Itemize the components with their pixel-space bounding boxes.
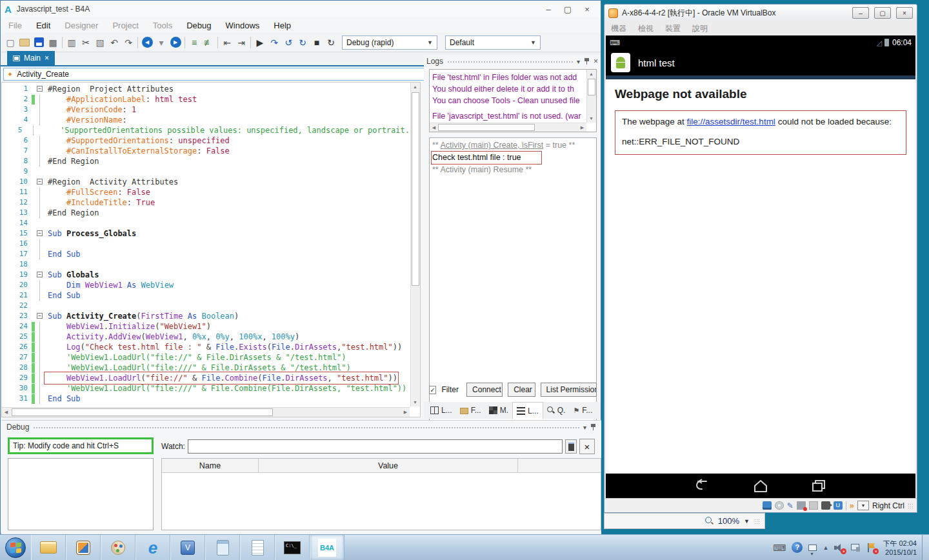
taskbar-item-paint[interactable] — [101, 535, 135, 560]
chevron-down-icon[interactable]: ▼ — [744, 518, 750, 525]
open-project-icon[interactable] — [17, 35, 32, 50]
code-line-13[interactable]: 13#End Region — [2, 208, 410, 218]
fold-collapse-icon[interactable]: − — [35, 84, 45, 94]
scroll-up-icon[interactable]: ▲ — [411, 83, 419, 91]
package-icon[interactable]: ▦ — [46, 35, 60, 50]
outdent-icon[interactable]: ⇤ — [220, 35, 234, 50]
taskbar-item-ie[interactable]: e — [135, 535, 170, 560]
menu-item-help[interactable]: Help — [274, 21, 291, 30]
clear-button[interactable]: Clear — [508, 383, 535, 397]
nav-back-icon[interactable] — [694, 478, 712, 494]
panel-tab-logs[interactable]: L... — [512, 402, 543, 419]
code-line-17[interactable]: 17End Sub — [2, 249, 410, 259]
code-line-6[interactable]: 6 #SupportedOrientations: unspecified — [2, 135, 410, 146]
comment-icon[interactable]: ≡ — [187, 35, 201, 50]
panel-tab-book[interactable]: L... — [426, 402, 456, 419]
network-tray-icon[interactable] — [850, 543, 861, 552]
code-line-18[interactable]: 18 — [2, 259, 410, 270]
save-icon[interactable] — [32, 35, 46, 50]
scroll-down-icon[interactable]: ▼ — [587, 114, 595, 123]
code-line-4[interactable]: 4 #VersionName: — [2, 115, 410, 125]
start-button[interactable] — [0, 535, 31, 560]
navigate-forward-icon[interactable]: ▶ — [168, 35, 183, 50]
scroll-thumb[interactable] — [12, 408, 273, 416]
scroll-up-icon[interactable]: ▲ — [587, 70, 595, 78]
code-line-10[interactable]: 10−#Region Activity Attributes — [2, 177, 410, 187]
code-line-16[interactable]: 16 — [2, 239, 410, 249]
menu-item-project[interactable]: Project — [112, 21, 138, 30]
menu-item-tools[interactable]: Tools — [153, 21, 172, 30]
code-line-30[interactable]: 30 'WebView1.LoadUrl("file:///" & File.C… — [2, 383, 410, 394]
nav-recents-icon[interactable] — [810, 478, 828, 494]
ide-minimize-button[interactable]: – — [539, 5, 558, 14]
watch-clear-button[interactable]: × — [579, 439, 595, 454]
show-hidden-icons[interactable]: ▲ — [823, 545, 828, 551]
scroll-right-icon[interactable]: ▶ — [578, 123, 586, 132]
stop-icon[interactable]: ■ — [310, 35, 324, 50]
code-line-31[interactable]: 31End Sub — [2, 394, 410, 404]
scroll-left-icon[interactable]: ◀ — [2, 408, 10, 416]
scroll-thumb[interactable] — [412, 92, 419, 286]
resize-grip[interactable] — [908, 503, 913, 508]
code-line-5[interactable]: 5 'SupportedOrientations possible values… — [2, 125, 410, 135]
fold-collapse-icon[interactable]: − — [35, 270, 45, 280]
fold-collapse-icon[interactable]: − — [35, 177, 45, 187]
ide-maximize-button[interactable]: ▢ — [558, 5, 577, 14]
ime-keyboard-icon[interactable]: ⌨ — [773, 543, 786, 553]
taskbar-item-vmware[interactable] — [66, 535, 101, 560]
evaluate-button[interactable] — [565, 439, 577, 454]
language-bar-icon[interactable] — [808, 545, 817, 551]
cut-icon[interactable]: ✂ — [79, 35, 93, 50]
webview-content[interactable]: Webpage not available The webpage at fil… — [606, 79, 915, 474]
host-key-dropdown[interactable]: ▼ — [857, 501, 869, 510]
column-header-name[interactable]: Name — [162, 459, 259, 472]
panel-menu-icon[interactable]: ▾ — [583, 424, 586, 431]
help-tray-icon[interactable]: ? — [792, 542, 803, 553]
code-line-25[interactable]: 25 Activity.AddView(WebView1, 0%x, 0%y, … — [2, 332, 410, 342]
scroll-thumb[interactable] — [588, 79, 595, 95]
column-header-value[interactable]: Value — [259, 459, 518, 472]
code-line-22[interactable]: 22 — [2, 301, 410, 311]
code-line-7[interactable]: 7 #CanInstallToExternalStorage: False — [2, 146, 410, 156]
panel-tab-modules[interactable]: M. — [485, 402, 512, 419]
code-line-29[interactable]: 29 WebView1.LoadUrl("file://" & File.Com… — [2, 373, 410, 383]
vbox-minimize-button[interactable]: – — [852, 7, 869, 19]
code-line-11[interactable]: 11 #FullScreen: False — [2, 187, 410, 197]
log-warnings-box[interactable]: File 'test.html' in Files folder was not… — [429, 69, 597, 132]
undo-icon[interactable]: ↶ — [107, 35, 121, 50]
paste-icon[interactable]: ▧ — [93, 35, 107, 50]
ide-close-button[interactable]: × — [577, 5, 597, 14]
code-line-8[interactable]: 8#End Region — [2, 156, 410, 166]
code-line-23[interactable]: 23−Sub Activity_Create(FirstTime As Bool… — [2, 311, 410, 321]
panel-tab-folder[interactable]: F... — [456, 402, 485, 419]
list-permissions-button[interactable]: List Permission — [541, 383, 597, 397]
panel-close-icon[interactable]: × — [594, 57, 598, 66]
watch-input[interactable] — [188, 439, 563, 454]
code-line-12[interactable]: 12 #IncludeTitle: True — [2, 197, 410, 208]
menu-item-file[interactable]: File — [8, 21, 22, 30]
code-line-19[interactable]: 19−Sub Globals — [2, 270, 410, 280]
debug-variables-list[interactable] — [8, 458, 154, 530]
taskbar-item-notepad[interactable] — [240, 535, 275, 560]
copy-icon[interactable]: ▥ — [65, 35, 79, 50]
vbox-menu-0[interactable]: 機器 — [611, 23, 626, 34]
android-screen[interactable]: ⌨ ◿ 06:04 html test Webpage not availabl… — [606, 35, 915, 498]
fold-collapse-icon[interactable]: − — [35, 228, 45, 239]
code-editor[interactable]: 1−#Region Project Attributes2 #Applicati… — [1, 82, 421, 417]
scroll-right-icon[interactable]: ▶ — [401, 408, 410, 416]
build-configuration-combo[interactable]: Debug (rapid)▼ — [342, 35, 437, 50]
taskbar-item-calculator[interactable] — [205, 535, 240, 560]
code-line-20[interactable]: 20 Dim WebView1 As WebView — [2, 280, 410, 290]
code-line-24[interactable]: 24 WebView1.Initialize("WebView1") — [2, 321, 410, 332]
panel-tab-search[interactable]: Q. — [543, 402, 570, 419]
step-out-icon[interactable]: ↻ — [295, 35, 310, 50]
pin-icon[interactable] — [584, 57, 590, 65]
filter-configuration-combo[interactable]: Default▼ — [445, 35, 541, 50]
code-line-15[interactable]: 15−Sub Process_Globals — [2, 228, 410, 239]
menu-item-designer[interactable]: Designer — [65, 21, 98, 30]
taskbar-item-virtualbox[interactable]: V — [170, 535, 205, 560]
action-center-icon[interactable]: × — [866, 543, 877, 552]
taskbar-item-cmd[interactable]: C:\_ — [275, 535, 310, 560]
show-desktop-button[interactable] — [922, 535, 929, 560]
step-into-icon[interactable]: ↷ — [267, 35, 281, 50]
